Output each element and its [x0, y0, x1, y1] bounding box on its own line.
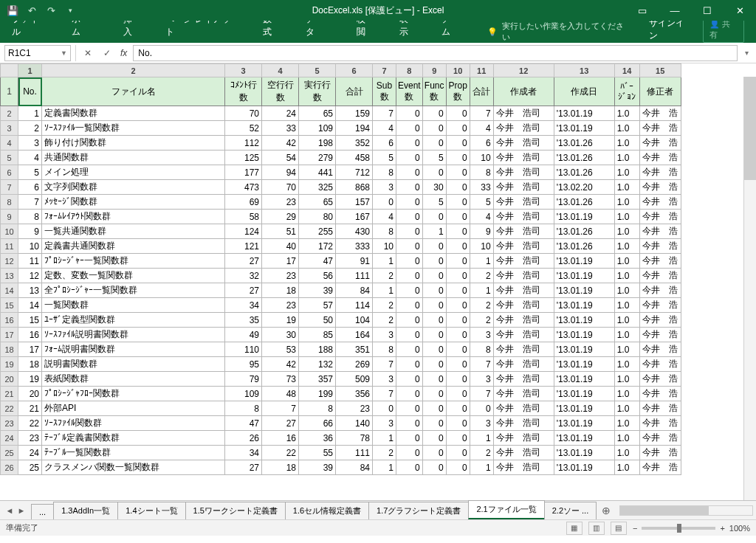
cell[interactable]: 0	[446, 298, 470, 313]
cell[interactable]: 0	[396, 431, 423, 446]
cell[interactable]: 5	[470, 195, 493, 210]
row-header[interactable]: 18	[1, 342, 18, 357]
cell[interactable]: 0	[396, 460, 423, 475]
cell[interactable]: 0	[422, 387, 446, 401]
cell[interactable]: 23	[262, 195, 299, 210]
cell[interactable]: 1.0	[614, 298, 639, 313]
col-header[interactable]: 5	[299, 64, 336, 77]
page-layout-view-icon[interactable]: ▥	[588, 522, 605, 535]
cell[interactable]: 今井 浩司	[493, 151, 554, 165]
cell[interactable]: 5	[422, 151, 446, 165]
cell[interactable]: 2	[470, 269, 493, 283]
cell[interactable]: 351	[336, 342, 373, 357]
table-header-cell[interactable]: Func数	[422, 77, 446, 106]
table-header-cell[interactable]: Sub数	[373, 77, 396, 106]
cell[interactable]: 今井 浩司	[493, 357, 554, 372]
cell[interactable]: 0	[446, 224, 470, 239]
cell[interactable]: 1.0	[614, 106, 639, 121]
cell[interactable]: '13.01.19	[554, 328, 614, 342]
cell[interactable]: 0	[396, 195, 423, 210]
cell[interactable]: 188	[299, 342, 336, 357]
qat-customize-icon[interactable]: ▾	[62, 2, 78, 18]
cell[interactable]: 今井 浩	[639, 460, 681, 475]
cell[interactable]: 今井 浩司	[493, 342, 554, 357]
cell[interactable]: 0	[373, 195, 396, 210]
cell[interactable]: 356	[336, 387, 373, 401]
cell[interactable]: 1.0	[614, 372, 639, 387]
cell[interactable]: 458	[336, 151, 373, 165]
cell[interactable]: 7	[262, 401, 299, 416]
cell[interactable]: 今井 浩	[639, 106, 681, 121]
cell[interactable]: 2	[373, 269, 396, 283]
cell[interactable]: 42	[262, 136, 299, 151]
cell[interactable]: 0	[396, 283, 423, 298]
cell[interactable]: '13.01.26	[554, 239, 614, 254]
cell[interactable]: 30	[422, 180, 446, 195]
cell[interactable]: 69	[225, 195, 262, 210]
spreadsheet-grid[interactable]: 1234567891011121314151No.ファイル名ｺﾒﾝﾄ行数空行行数…	[0, 63, 756, 500]
cell[interactable]: 1	[373, 254, 396, 269]
cell[interactable]: 1	[470, 431, 493, 446]
cell[interactable]: 3	[470, 416, 493, 431]
cell[interactable]: 0	[422, 328, 446, 342]
cell[interactable]: 65	[299, 195, 336, 210]
cell[interactable]: 0	[422, 283, 446, 298]
table-header-cell[interactable]: 合計	[336, 77, 373, 106]
cell[interactable]: 今井 浩司	[493, 298, 554, 313]
cell[interactable]: 0	[396, 254, 423, 269]
ribbon-display-icon[interactable]: ▭	[626, 0, 659, 21]
cell[interactable]: 今井 浩	[639, 195, 681, 210]
cell[interactable]: クラスメンバ関数一覧関数群	[42, 460, 225, 475]
cell[interactable]: 42	[262, 357, 299, 372]
cell[interactable]: 今井 浩司	[493, 283, 554, 298]
table-header-cell[interactable]: No.	[18, 77, 42, 106]
cell[interactable]: 34	[225, 446, 262, 460]
cell[interactable]: 32	[225, 269, 262, 283]
cell[interactable]: 24	[18, 446, 42, 460]
cell[interactable]: 255	[299, 224, 336, 239]
cell[interactable]: ﾃｰﾌﾞﾙ一覧関数群	[42, 446, 225, 460]
cell[interactable]: 5	[18, 165, 42, 180]
cell[interactable]: 21	[18, 401, 42, 416]
cell[interactable]: 56	[299, 269, 336, 283]
cell[interactable]: 17	[262, 254, 299, 269]
cell[interactable]: 今井 浩司	[493, 136, 554, 151]
cell[interactable]: 0	[422, 136, 446, 151]
cell[interactable]: 39	[299, 460, 336, 475]
cell[interactable]: 8	[373, 165, 396, 180]
cell[interactable]: 34	[225, 298, 262, 313]
cell[interactable]: 0	[422, 460, 446, 475]
col-header[interactable]: 15	[639, 64, 681, 77]
cell[interactable]: '13.01.19	[554, 121, 614, 136]
cell[interactable]: 1.0	[614, 224, 639, 239]
cell[interactable]: 22	[262, 446, 299, 460]
cell[interactable]: 49	[225, 328, 262, 342]
cell[interactable]: 今井 浩司	[493, 254, 554, 269]
table-header-cell[interactable]: 作成者	[493, 77, 554, 106]
cell[interactable]: 7	[18, 195, 42, 210]
cell[interactable]: '13.01.19	[554, 313, 614, 328]
cell[interactable]: 今井 浩	[639, 416, 681, 431]
cell[interactable]: ﾌﾟﾛｼｰｼﾞｬﾌﾛｰ関数群	[42, 387, 225, 401]
cell[interactable]: 今井 浩司	[493, 106, 554, 121]
cell[interactable]: 198	[299, 136, 336, 151]
cell[interactable]: 今井 浩	[639, 446, 681, 460]
cell[interactable]: 2	[373, 313, 396, 328]
cell[interactable]: 今井 浩	[639, 372, 681, 387]
col-header[interactable]: 2	[42, 64, 225, 77]
cell[interactable]: 0	[446, 283, 470, 298]
cell[interactable]: 0	[446, 180, 470, 195]
cell[interactable]: 35	[225, 313, 262, 328]
cell[interactable]: 164	[336, 328, 373, 342]
cell[interactable]: 19	[18, 372, 42, 387]
cell[interactable]: 53	[262, 342, 299, 357]
cell[interactable]: 91	[336, 254, 373, 269]
cell[interactable]: 25	[18, 460, 42, 475]
cell[interactable]: 2	[18, 121, 42, 136]
cell[interactable]: 1.0	[614, 254, 639, 269]
cell[interactable]: 441	[299, 165, 336, 180]
row-header[interactable]: 25	[1, 446, 18, 460]
cell[interactable]: 0	[446, 342, 470, 357]
cell[interactable]: 352	[336, 136, 373, 151]
cell[interactable]: 1	[470, 460, 493, 475]
